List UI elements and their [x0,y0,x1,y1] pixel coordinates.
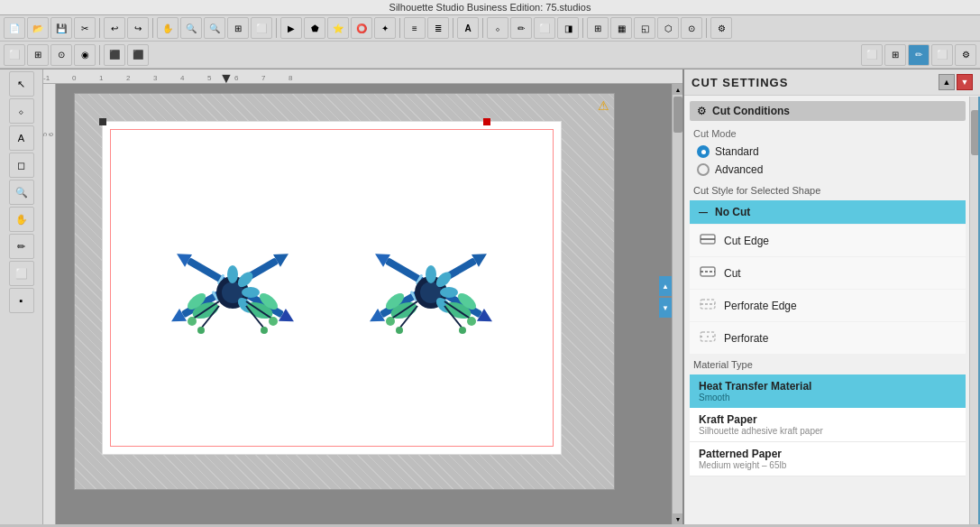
text-tool[interactable]: A [9,125,34,151]
cut-btn[interactable]: ✂ [74,17,96,39]
cut-conditions-icon: ⚙ [697,105,707,117]
row2-btn3[interactable]: ⊙ [50,44,72,66]
heat-transfer-sub: Smooth [699,393,957,402]
sep5 [453,18,453,38]
row2-btn2[interactable]: ⊞ [27,44,49,66]
patterned-paper-sub: Medium weight – 65lb [699,460,957,470]
pen-btn[interactable]: ✏ [510,17,532,39]
red-marker [483,118,490,125]
right-tool4[interactable]: ⬜ [931,44,953,66]
draw-tool[interactable]: ✏ [9,234,34,259]
canvas-scrollbar[interactable]: ▲ ▼ [672,84,682,524]
tool1-btn[interactable]: ◱ [634,17,655,39]
perforate-label: Perforate [724,332,768,345]
panel-header: CUT SETTINGS ▲ ▼ [684,69,980,96]
shape-tool[interactable]: ⬜ [9,261,34,286]
row2-btn4[interactable]: ◉ [74,44,96,66]
no-cut-label: No Cut [715,206,750,218]
no-cut-icon: — [699,208,708,217]
patterned-paper-item[interactable]: Patterned Paper Medium weight – 65lb [690,442,966,476]
pan-btn[interactable]: ✋ [157,17,179,39]
star-btn[interactable]: ⭐ [327,17,349,39]
panel-scrollbar[interactable] [969,97,980,524]
svg-point-55 [459,327,466,334]
zoom-in-btn[interactable]: 🔍 [180,17,202,39]
tool3-btn[interactable]: ⊙ [681,17,702,39]
standard-radio-row[interactable]: Standard [690,143,966,160]
svg-point-26 [197,327,205,334]
redo-btn[interactable]: ↪ [127,17,149,39]
perforate-edge-item[interactable]: Perforate Edge [690,290,966,321]
main-toolbar-area: 📄 📂 💾 ✂ ↩ ↪ ✋ 🔍 🔍 ⊞ ⬜ ▶ ⬟ ⭐ ⭕ ✦ ≡ ≣ A ⬦ … [0,15,980,69]
zoom-fit-btn[interactable]: ⊞ [227,17,249,39]
svg-point-27 [261,327,268,334]
scroll-thumb[interactable] [673,97,682,133]
align-right-btn[interactable]: ≣ [427,17,449,39]
shapes-btn[interactable]: ▶ [280,17,302,39]
eraser-btn[interactable]: ⬜ [534,17,555,39]
select-btn[interactable]: ⬜ [251,17,272,39]
save-btn[interactable]: 💾 [50,17,72,39]
perforate-edge-label: Perforate Edge [724,300,797,312]
cutting-mat: ⚠ [74,93,615,490]
node-btn[interactable]: ⬦ [487,17,508,39]
shape2-btn[interactable]: ✦ [374,17,396,39]
sep4 [399,18,400,38]
panel-title: CUT SETTINGS [691,76,788,89]
row2-btn6[interactable]: ⬛ [127,44,149,66]
open-btn[interactable]: 📂 [27,17,49,39]
standard-radio[interactable] [697,145,710,158]
row2-btn5[interactable]: ⬛ [104,44,125,66]
fill-btn[interactable]: ◨ [557,17,579,39]
scroll-down-btn[interactable]: ▼ [673,513,682,524]
right-tool1[interactable]: ⬜ [861,44,883,66]
advanced-radio-row[interactable]: Advanced [690,162,966,178]
advanced-radio[interactable] [697,163,710,176]
perforate-icon [699,328,717,348]
grid2-btn[interactable]: ▦ [610,17,632,39]
panel-expand-btn[interactable]: ▼ [957,74,973,90]
svg-point-14 [242,287,260,298]
right-settings[interactable]: ⚙ [955,44,976,66]
kraft-paper-item[interactable]: Kraft Paper Silhouette adhesive kraft pa… [690,408,966,442]
undo-btn[interactable]: ↩ [104,17,125,39]
grid-btn[interactable]: ⊞ [587,17,609,39]
no-cut-item[interactable]: — No Cut [690,200,966,224]
svg-point-53 [467,317,476,326]
perforate-item[interactable]: Perforate [690,322,966,354]
design-left [142,220,323,365]
row2-btn1[interactable]: ⬜ [4,44,25,66]
sep6 [482,18,483,38]
align-left-btn[interactable]: ≡ [404,17,426,39]
svg-point-12 [227,265,238,283]
settings-btn[interactable]: ⚙ [710,17,732,39]
text-btn[interactable]: A [457,17,479,39]
tool2-btn[interactable]: ⬡ [657,17,679,39]
cut-conditions-header[interactable]: ⚙ Cut Conditions [690,101,966,121]
fill-tool[interactable]: ▪ [9,288,34,313]
circle-btn[interactable]: ⭕ [351,17,372,39]
page-up-arrow[interactable]: ▲ [659,276,672,296]
cut-item[interactable]: Cut [690,257,966,289]
select-tool[interactable]: ↖ [9,71,34,97]
heat-transfer-item[interactable]: Heat Transfer Material Smooth [690,374,966,408]
zoom-tool[interactable]: 🔍 [9,180,34,205]
ruler-left: 2 3 4 5 6 [43,84,56,524]
scroll-up-btn[interactable]: ▲ [673,84,682,95]
sep7 [582,18,583,38]
eraser-tool[interactable]: ◻ [9,153,34,178]
pan-tool[interactable]: ✋ [9,207,34,232]
page-nav-arrows: ▲ ▼ [659,276,672,318]
workspace[interactable]: ⚠ [56,84,672,524]
cut-mode-label: Cut Mode [690,126,966,141]
new-btn[interactable]: 📄 [4,17,25,39]
right-tool3[interactable]: ✏ [908,44,930,66]
page-down-arrow[interactable]: ▼ [659,298,672,318]
node-tool[interactable]: ⬦ [9,98,34,124]
cut-edge-item[interactable]: Cut Edge [690,225,966,256]
polygon-btn[interactable]: ⬟ [304,17,325,39]
zoom-out-btn[interactable]: 🔍 [204,17,225,39]
panel-collapse-btn[interactable]: ▲ [939,74,955,90]
right-tool2[interactable]: ⊞ [884,44,906,66]
heat-transfer-name: Heat Transfer Material [699,380,957,393]
